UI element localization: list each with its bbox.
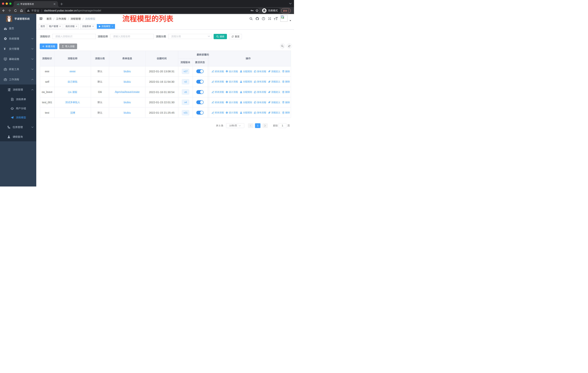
svg-text:?: ? — [263, 17, 264, 20]
